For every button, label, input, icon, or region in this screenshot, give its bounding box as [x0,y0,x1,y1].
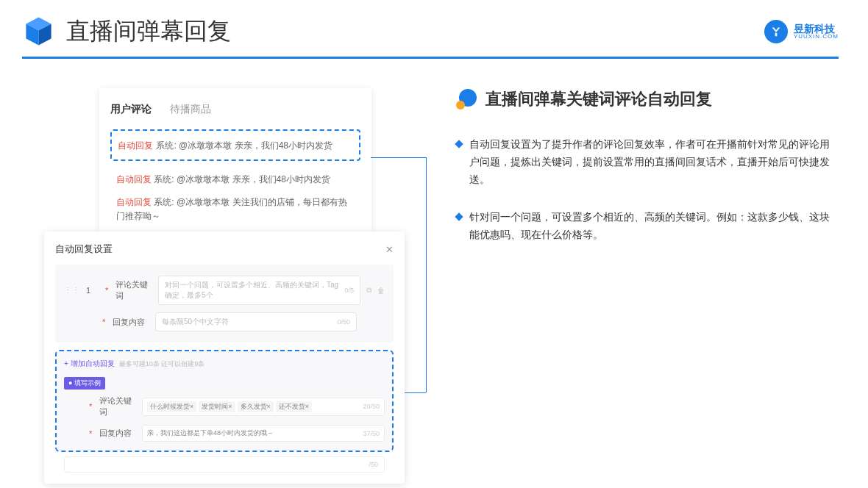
list-item: 针对同一个问题，可设置多个相近的、高频的关键词。例如：这款多少钱、这块能优惠吗、… [456,209,839,244]
form-section: ⋮⋮ 1 * 评论关键词 对同一个问题，可设置多个相近、高频的关键词，Tag确定… [55,265,394,342]
delete-icon[interactable]: 🗑 [377,287,385,295]
header-left: 直播间弹幕回复 [22,15,231,48]
placeholder: 每条限50个中文字符 [162,317,229,327]
tag[interactable]: 发货时间× [199,401,235,412]
comment-text: 系统: @冰墩墩本墩 亲亲，我们48小时内发货 [156,140,332,151]
tag[interactable]: 还不发货× [276,401,312,412]
add-hint: 最多可建10条 还可以创建9条 [119,360,205,367]
char-count: 37/50 [363,430,380,437]
char-count: 20/50 [363,403,380,410]
example-section: + 增加自动回复最多可建10条 还可以创建9条 ● 填写示例 * 评论关键词 什… [55,350,394,452]
char-count: 0/50 [337,318,350,326]
char-count: 0/5 [344,287,354,294]
content-label: 回复内容 [99,428,136,439]
tag[interactable]: 什么时候发货× [147,401,196,412]
settings-modal: 自动回复设置 ✕ ⋮⋮ 1 * 评论关键词 对同一个问题，可设置多个相近、高频的… [44,232,405,484]
modal-header: 自动回复设置 ✕ [55,243,394,265]
content-label: 回复内容 [113,317,149,328]
comment-row: 自动回复 系统: @冰墩墩本墩 关注我们的店铺，每日都有热门推荐呦～ [110,191,360,228]
company-logo: 昱新科技 YUUXIN.COM [764,20,839,43]
dot-icon [456,89,477,110]
close-icon[interactable]: ✕ [385,244,394,255]
example-keyword-row: * 评论关键词 什么时候发货× 发货时间× 多久发货× 还不发货× 20/50 [64,395,385,417]
bullet-text: 针对同一个问题，可设置多个相近的、高频的关键词。例如：这款多少钱、这块能优惠吗、… [469,209,839,244]
bullet-text: 自动回复设置为了提升作者的评论回复效率，作者可在开播前针对常见的评论用户问题，提… [469,136,839,188]
cube-icon [22,15,55,48]
highlighted-comment: 自动回复 系统: @冰墩墩本墩 亲亲，我们48小时内发货 [110,129,360,161]
copy-icon[interactable]: ⧉ [366,286,371,295]
overflow-input[interactable]: /50 [64,456,385,473]
connector-line [426,157,427,392]
content-row: * 回复内容 每条限50个中文字符 0/50 [64,312,385,331]
keyword-input[interactable]: 对同一个问题，可设置多个相近、高频的关键词，Tag确定，最多5个 0/5 [158,276,360,305]
add-reply-link[interactable]: + 增加自动回复最多可建10条 还可以创建9条 [64,359,385,369]
row-number: 1 [86,286,99,295]
comment-text: 系统: @冰墩墩本墩 关注我们的店铺，每日都有热门推荐呦～ [116,197,347,221]
section-title: 直播间弹幕关键词评论自动回复 [456,88,839,110]
content: 用户评论 待播商品 自动回复 系统: @冰墩墩本墩 亲亲，我们48小时内发货 自… [0,59,868,273]
section-heading: 直播间弹幕关键词评论自动回复 [485,88,712,110]
placeholder: 对同一个问题，可设置多个相近、高频的关键词，Tag确定，最多5个 [165,280,344,301]
logo-cn: 昱新科技 [794,24,839,34]
tab-pending-products[interactable]: 待播商品 [170,103,211,116]
overflow-row: /50 [55,456,394,473]
page-header: 直播间弹幕回复 昱新科技 YUUXIN.COM [0,0,868,48]
left-panel: 用户评论 待播商品 自动回复 系统: @冰墩墩本墩 亲亲，我们48小时内发货 自… [44,88,427,273]
char-count: /50 [369,461,378,468]
required-star: * [89,429,93,438]
logo-icon [764,20,788,43]
keyword-label: 评论关键词 [99,395,136,417]
comment-text: 系统: @冰墩墩本墩 亲亲，我们48小时内发货 [154,174,330,184]
example-content-input[interactable]: 亲，我们这边都是下单48小时内发货的哦～ 37/50 [142,425,385,442]
diamond-icon [455,140,463,148]
tag[interactable]: 多久发货× [238,401,274,412]
tab-user-comments[interactable]: 用户评论 [110,103,152,116]
required-star: * [102,317,107,326]
keyword-label: 评论关键词 [115,279,152,301]
drag-icon[interactable]: ⋮⋮ [64,286,80,295]
auto-reply-tag: 自动回复 [116,197,152,207]
tabs: 用户评论 待播商品 [110,103,360,116]
keyword-row: ⋮⋮ 1 * 评论关键词 对同一个问题，可设置多个相近、高频的关键词，Tag确定… [64,276,385,305]
logo-text: 昱新科技 YUUXIN.COM [794,24,839,40]
right-panel: 直播间弹幕关键词评论自动回复 自动回复设置为了提升作者的评论回复效率，作者可在开… [456,88,839,273]
required-star: * [105,286,110,295]
bullet-list: 自动回复设置为了提升作者的评论回复效率，作者可在开播前针对常见的评论用户问题，提… [456,136,839,244]
example-keyword-input[interactable]: 什么时候发货× 发货时间× 多久发货× 还不发货× 20/50 [142,398,385,416]
comment-row: 自动回复 系统: @冰墩墩本墩 亲亲，我们48小时内发货 [110,168,360,191]
auto-reply-tag: 自动回复 [118,140,153,151]
required-star: * [89,402,93,411]
connector-line [371,157,426,158]
diamond-icon [455,213,463,221]
modal-title: 自动回复设置 [55,243,113,256]
example-badge: ● 填写示例 [64,377,105,390]
example-content-row: * 回复内容 亲，我们这边都是下单48小时内发货的哦～ 37/50 [64,425,385,442]
example-text: 亲，我们这边都是下单48小时内发货的哦～ [147,428,274,438]
page-title: 直播间弹幕回复 [66,15,231,48]
auto-reply-tag: 自动回复 [116,174,152,184]
content-input[interactable]: 每条限50个中文字符 0/50 [155,312,357,331]
logo-en: YUUXIN.COM [794,34,839,40]
list-item: 自动回复设置为了提升作者的评论回复效率，作者可在开播前针对常见的评论用户问题，提… [456,136,839,188]
